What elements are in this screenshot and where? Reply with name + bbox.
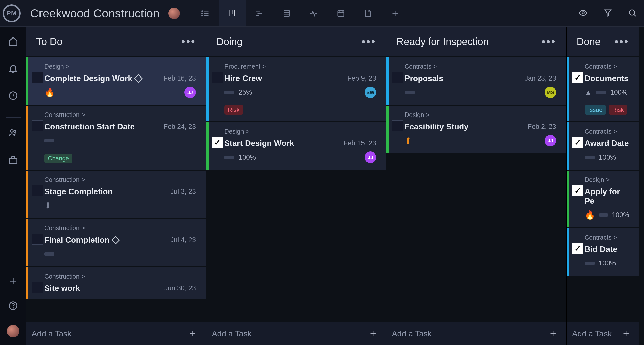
task-checkbox[interactable] bbox=[392, 72, 403, 83]
svg-point-21 bbox=[582, 12, 584, 14]
sidebar-recent[interactable] bbox=[8, 90, 19, 101]
task-card[interactable]: Design >Complete Design WorkFeb 16, 23🔥J… bbox=[26, 57, 206, 105]
add-task-button[interactable]: Add a Task+ bbox=[26, 322, 206, 345]
view-tab-board[interactable] bbox=[219, 0, 246, 26]
task-card[interactable]: Construction >Construction Start DateFeb… bbox=[26, 106, 206, 170]
card-category[interactable]: Procurement > bbox=[224, 63, 376, 70]
task-checkbox[interactable] bbox=[32, 185, 43, 196]
sidebar-portfolio[interactable] bbox=[8, 154, 19, 165]
add-task-button[interactable]: Add a Task+ bbox=[206, 322, 386, 345]
sidebar-divider bbox=[6, 117, 21, 118]
assignee-avatar[interactable]: JJ bbox=[545, 135, 556, 146]
card-category[interactable]: Contracts > bbox=[585, 234, 629, 241]
card-stripe bbox=[26, 219, 28, 266]
task-checkbox[interactable] bbox=[212, 137, 223, 148]
view-tab-calendar[interactable] bbox=[327, 0, 354, 26]
task-card[interactable]: Procurement >Hire CrewFeb 9, 2325%SWRisk bbox=[206, 57, 386, 121]
task-checkbox[interactable] bbox=[212, 72, 223, 83]
sidebar-notifications[interactable] bbox=[8, 63, 19, 74]
view-tab-activity[interactable] bbox=[300, 0, 327, 26]
task-checkbox[interactable] bbox=[32, 234, 43, 245]
card-category[interactable]: Contracts > bbox=[585, 63, 629, 70]
task-checkbox[interactable] bbox=[32, 120, 43, 131]
progress-bar-icon bbox=[585, 262, 595, 265]
project-title[interactable]: Creekwood Construction bbox=[30, 6, 160, 20]
card-category[interactable]: Contracts > bbox=[405, 63, 556, 70]
svg-point-32 bbox=[13, 308, 13, 308]
view-tab-file[interactable] bbox=[354, 0, 382, 26]
card-stripe bbox=[26, 267, 28, 299]
card-stripe bbox=[567, 228, 569, 276]
card-title: Hire Crew bbox=[224, 74, 262, 83]
task-card[interactable]: Contracts >Award Date100% bbox=[567, 122, 639, 170]
card-category[interactable]: Design > bbox=[44, 63, 196, 70]
task-checkbox[interactable] bbox=[572, 185, 583, 196]
task-checkbox[interactable] bbox=[392, 120, 403, 131]
column-header: To Do••• bbox=[26, 27, 206, 56]
tag-issue[interactable]: Issue bbox=[585, 105, 606, 115]
card-title: Construction Start Date bbox=[44, 122, 135, 131]
task-card[interactable]: Contracts >ProposalsJan 23, 23MS bbox=[386, 57, 566, 105]
svg-point-26 bbox=[11, 130, 13, 132]
card-category[interactable]: Contracts > bbox=[585, 128, 629, 135]
task-checkbox[interactable] bbox=[572, 72, 583, 83]
help-icon bbox=[8, 301, 18, 311]
card-category[interactable]: Design > bbox=[224, 128, 376, 135]
task-checkbox[interactable] bbox=[32, 72, 43, 83]
app-logo[interactable]: PM bbox=[3, 4, 21, 22]
card-category[interactable]: Construction > bbox=[44, 224, 196, 232]
tag-change[interactable]: Change bbox=[44, 154, 72, 163]
sidebar-user-avatar[interactable] bbox=[7, 325, 19, 337]
search-button[interactable] bbox=[628, 8, 637, 18]
task-card[interactable]: Construction >Final CompletionJul 4, 23 bbox=[26, 219, 206, 266]
assignee-avatar[interactable]: JJ bbox=[365, 151, 376, 163]
task-card[interactable]: Construction >Site workJun 30, 23 bbox=[26, 267, 206, 299]
progress-bar-icon bbox=[599, 213, 608, 217]
add-task-button[interactable]: Add a Task+ bbox=[386, 322, 566, 345]
column-body: Contracts >ProposalsJan 23, 23MSDesign >… bbox=[386, 56, 566, 322]
card-category[interactable]: Design > bbox=[405, 111, 556, 119]
assignee-avatar[interactable]: JJ bbox=[184, 87, 196, 98]
assignee-avatar[interactable]: SW bbox=[365, 87, 376, 98]
svg-point-27 bbox=[14, 130, 16, 132]
task-card[interactable]: Contracts >Bid Date100% bbox=[567, 228, 639, 276]
card-category[interactable]: Construction > bbox=[44, 111, 196, 119]
card-category[interactable]: Design > bbox=[585, 176, 629, 183]
card-date: Jul 3, 23 bbox=[165, 188, 196, 196]
priority-up-icon: ▲ bbox=[585, 88, 592, 97]
project-avatar[interactable] bbox=[168, 8, 180, 19]
view-tab-add[interactable] bbox=[382, 0, 409, 26]
sidebar-help[interactable] bbox=[8, 300, 19, 311]
card-title-row: Hire CrewFeb 9, 23 bbox=[224, 74, 376, 83]
svg-marker-22 bbox=[605, 10, 611, 16]
view-tab-gantt[interactable] bbox=[246, 0, 273, 26]
filter-button[interactable] bbox=[603, 8, 612, 18]
view-tab-list[interactable] bbox=[191, 0, 219, 26]
card-category[interactable]: Construction > bbox=[44, 273, 196, 280]
sidebar-people[interactable] bbox=[8, 127, 19, 138]
visibility-button[interactable] bbox=[579, 8, 588, 18]
task-checkbox[interactable] bbox=[572, 137, 583, 148]
task-card[interactable]: Design >Start Design WorkFeb 15, 23100%J… bbox=[206, 122, 386, 170]
tag-risk[interactable]: Risk bbox=[609, 105, 627, 115]
sidebar-home[interactable] bbox=[8, 36, 19, 47]
card-title-row: Site workJun 30, 23 bbox=[44, 284, 196, 293]
assignee-avatar[interactable]: MS bbox=[545, 87, 556, 98]
task-checkbox[interactable] bbox=[32, 282, 43, 293]
progress-text: 100% bbox=[599, 154, 616, 161]
task-checkbox[interactable] bbox=[572, 243, 583, 254]
task-card[interactable]: Construction >Stage CompletionJul 3, 23⬇ bbox=[26, 171, 206, 218]
task-card[interactable]: Contracts >Documents▲100%IssueRisk bbox=[567, 57, 639, 121]
progress-text: 100% bbox=[612, 211, 629, 219]
task-card[interactable]: Design >Feasibility StudyFeb 2, 23⬆JJ bbox=[386, 106, 566, 153]
svg-point-23 bbox=[629, 10, 635, 15]
sidebar-add[interactable] bbox=[8, 276, 19, 287]
view-tab-sheet[interactable] bbox=[273, 0, 300, 26]
add-task-button[interactable]: Add a Task+ bbox=[567, 322, 639, 345]
task-card[interactable]: Design >Apply for Pe🔥100% bbox=[567, 171, 639, 227]
tag-risk[interactable]: Risk bbox=[224, 105, 243, 115]
card-meta-row: ⬇ bbox=[44, 200, 196, 211]
svg-rect-12 bbox=[284, 10, 289, 16]
card-title-row: Complete Design WorkFeb 16, 23 bbox=[44, 74, 196, 83]
card-category[interactable]: Construction > bbox=[44, 176, 196, 183]
